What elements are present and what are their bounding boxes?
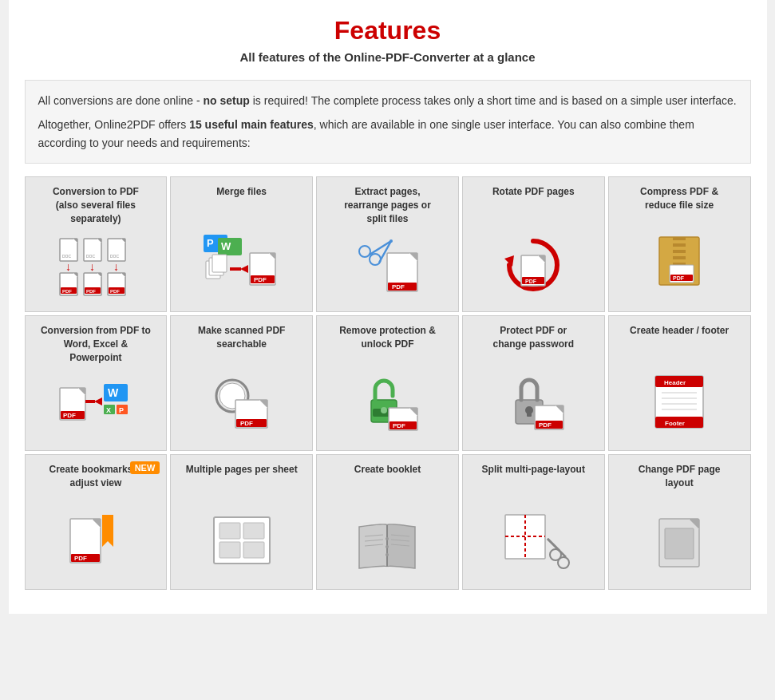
svg-text:PDF: PDF bbox=[240, 420, 253, 427]
svg-text:W: W bbox=[108, 386, 119, 399]
svg-text:PDF: PDF bbox=[110, 289, 120, 294]
feature-label: Conversion from PDF toWord, Excel &Power… bbox=[41, 324, 151, 364]
svg-text:DOC: DOC bbox=[62, 254, 72, 259]
svg-rect-63 bbox=[673, 250, 686, 253]
feature-protect-pdf[interactable]: Protect PDF orchange password PDF bbox=[462, 315, 605, 451]
svg-rect-100 bbox=[527, 410, 532, 417]
make-searchable-icon: PDF bbox=[202, 364, 282, 439]
intro-line2: Altogether, Online2PDF offers 15 useful … bbox=[38, 116, 737, 152]
feature-label: Create header / footer bbox=[630, 324, 729, 356]
feature-change-layout[interactable]: Change PDF pagelayout bbox=[608, 454, 751, 590]
svg-rect-125 bbox=[243, 542, 264, 558]
multiple-pages-icon bbox=[202, 503, 282, 578]
page-title: Features bbox=[25, 16, 751, 45]
feature-label: Conversion to PDF(also several filessepa… bbox=[53, 185, 139, 225]
svg-text:PDF: PDF bbox=[392, 283, 405, 291]
feature-label: Compress PDF &reduce file size bbox=[640, 185, 718, 217]
feature-label: Change PDF pagelayout bbox=[639, 463, 721, 495]
svg-text:↓: ↓ bbox=[65, 260, 71, 273]
svg-rect-122 bbox=[219, 523, 240, 539]
feature-label: Split multi-page-layout bbox=[482, 463, 585, 495]
page-header: Features All features of the Online-PDF-… bbox=[25, 16, 751, 64]
svg-rect-123 bbox=[243, 523, 264, 539]
feature-bookmarks[interactable]: NEW Create bookmarks &adjust view PDF bbox=[25, 454, 168, 590]
feature-remove-protection[interactable]: Remove protection &unlock PDF PDF bbox=[316, 315, 459, 451]
feature-label: Create booklet bbox=[354, 463, 421, 495]
feature-rotate-pdf[interactable]: Rotate PDF pages PDF bbox=[462, 176, 605, 312]
svg-rect-38 bbox=[230, 267, 241, 271]
page-wrapper: Features All features of the Online-PDF-… bbox=[9, 0, 767, 614]
svg-text:Footer: Footer bbox=[665, 420, 685, 427]
feature-create-booklet[interactable]: Create booklet bbox=[316, 454, 459, 590]
svg-point-140 bbox=[558, 557, 569, 568]
extract-pages-icon: PDF bbox=[347, 234, 427, 301]
svg-text:DOC: DOC bbox=[110, 254, 120, 259]
svg-text:P: P bbox=[119, 406, 124, 414]
feature-merge-files[interactable]: Merge files P W bbox=[170, 176, 313, 312]
svg-point-92 bbox=[381, 407, 387, 413]
feature-label: Protect PDF orchange password bbox=[493, 324, 574, 356]
svg-point-45 bbox=[370, 254, 381, 265]
svg-text:Header: Header bbox=[664, 379, 686, 386]
svg-text:W: W bbox=[221, 240, 231, 252]
svg-point-44 bbox=[359, 246, 370, 257]
new-badge: NEW bbox=[130, 461, 160, 474]
svg-rect-124 bbox=[219, 542, 240, 558]
intro-line1: All conversions are done online - no set… bbox=[38, 92, 737, 109]
page-subtitle: All features of the Online-PDF-Converter… bbox=[25, 50, 751, 64]
svg-text:PDF: PDF bbox=[393, 422, 405, 429]
compress-pdf-icon: PDF bbox=[639, 225, 719, 300]
svg-rect-64 bbox=[673, 256, 686, 259]
svg-text:P: P bbox=[207, 237, 214, 249]
create-booklet-icon bbox=[347, 503, 427, 578]
feature-label: Multiple pages per sheet bbox=[186, 463, 298, 495]
feature-conversion-from-pdf[interactable]: Conversion from PDF toWord, Excel &Power… bbox=[25, 315, 168, 451]
svg-point-134 bbox=[386, 545, 389, 548]
svg-point-133 bbox=[386, 537, 389, 540]
svg-text:PDF: PDF bbox=[63, 412, 76, 419]
feature-conversion-to-pdf[interactable]: Conversion to PDF(also several filessepa… bbox=[25, 176, 168, 312]
feature-label: Remove protection &unlock PDF bbox=[339, 324, 436, 356]
remove-protection-icon: PDF bbox=[347, 364, 427, 439]
svg-text:X: X bbox=[106, 406, 111, 414]
feature-label: Create bookmarks &adjust view bbox=[49, 463, 143, 495]
protect-pdf-icon: PDF bbox=[493, 364, 573, 439]
feature-split-layout[interactable]: Split multi-page-layout bbox=[462, 454, 605, 590]
conversion-to-pdf-icon: DOC DOC DOC ↓ ↓ ↓ bbox=[56, 234, 136, 301]
feature-extract-pages[interactable]: Extract pages,rearrange pages orsplit fi… bbox=[316, 176, 459, 312]
feature-label: Merge files bbox=[216, 185, 267, 217]
feature-label: Rotate PDF pages bbox=[492, 185, 575, 217]
svg-marker-74 bbox=[94, 397, 102, 405]
svg-text:PDF: PDF bbox=[525, 279, 537, 284]
svg-point-135 bbox=[386, 553, 389, 556]
intro-bold-2: 15 useful main features bbox=[189, 118, 314, 131]
feature-compress-pdf[interactable]: Compress PDF &reduce file size PDF bbox=[608, 176, 751, 312]
conversion-from-pdf-icon: PDF W X P bbox=[56, 373, 136, 440]
svg-text:↓: ↓ bbox=[89, 260, 95, 273]
svg-text:PDF: PDF bbox=[673, 275, 685, 281]
intro-bold-1: no setup bbox=[204, 94, 250, 107]
split-layout-icon bbox=[493, 503, 573, 578]
svg-text:PDF: PDF bbox=[86, 289, 96, 294]
rotate-pdf-icon: PDF bbox=[493, 225, 573, 300]
header-footer-icon: Header Footer bbox=[639, 364, 719, 439]
svg-text:PDF: PDF bbox=[74, 555, 87, 562]
intro-section: All conversions are done online - no set… bbox=[25, 80, 751, 164]
svg-rect-146 bbox=[665, 528, 694, 559]
svg-rect-75 bbox=[85, 400, 95, 403]
svg-text:PDF: PDF bbox=[539, 421, 552, 429]
svg-rect-36 bbox=[212, 255, 227, 272]
svg-rect-62 bbox=[673, 243, 686, 247]
svg-text:PDF: PDF bbox=[254, 276, 267, 283]
svg-text:PDF: PDF bbox=[62, 289, 72, 294]
svg-point-48 bbox=[389, 239, 393, 243]
feature-label: Extract pages,rearrange pages orsplit fi… bbox=[344, 185, 431, 225]
feature-header-footer[interactable]: Create header / footer Header Footer bbox=[608, 315, 751, 451]
feature-multiple-pages[interactable]: Multiple pages per sheet bbox=[170, 454, 313, 590]
svg-marker-37 bbox=[240, 265, 248, 273]
svg-rect-61 bbox=[673, 237, 686, 240]
merge-files-icon: P W PDF bbox=[202, 225, 282, 300]
feature-make-searchable[interactable]: Make scanned PDFsearchable PDF bbox=[170, 315, 313, 451]
feature-label: Make scanned PDFsearchable bbox=[198, 324, 285, 356]
features-grid: Conversion to PDF(also several filessepa… bbox=[25, 176, 751, 590]
